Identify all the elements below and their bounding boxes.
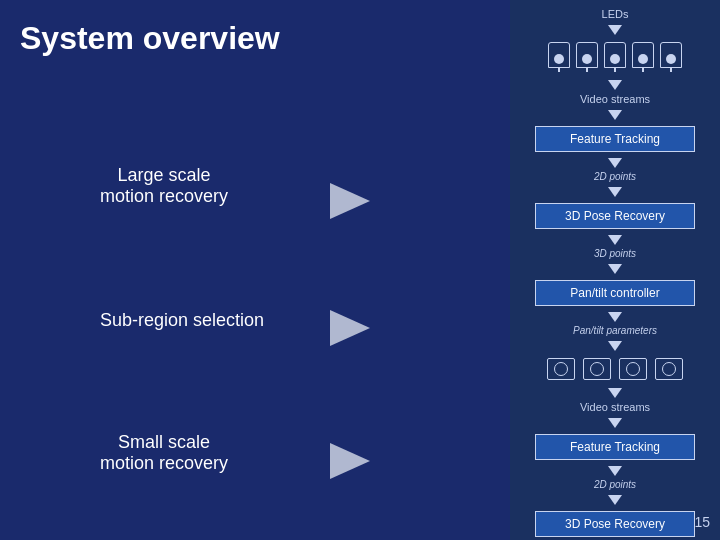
video-streams-label-2: Video streams xyxy=(580,401,650,413)
cam-icon-3 xyxy=(619,358,647,380)
arrow-3d-pose-down xyxy=(608,187,622,197)
led-icon-5 xyxy=(660,42,682,68)
page-title: System overview xyxy=(20,20,280,57)
2d-points-label-1: 2D points xyxy=(594,171,636,182)
arrow-vs2-down xyxy=(608,388,622,398)
arrow-small-scale xyxy=(330,443,410,479)
arrow-2d-down xyxy=(608,158,622,168)
3d-pose-recovery-box-1: 3D Pose Recovery xyxy=(535,203,695,229)
arrow-3dpose2-down xyxy=(608,495,622,505)
large-scale-label: Large scale motion recovery xyxy=(100,165,228,207)
section-sub-region: Sub-region selection xyxy=(100,310,264,331)
section-large-scale: Large scale motion recovery xyxy=(100,165,228,207)
section-small-scale: Small scale motion recovery xyxy=(100,432,228,474)
led-icons-row xyxy=(548,42,682,68)
3d-pose-recovery-box-2: 3D Pose Recovery xyxy=(535,511,695,537)
pan-tilt-controller-box: Pan/tilt controller xyxy=(535,280,695,306)
3d-points-label-1: 3D points xyxy=(594,248,636,259)
arrow-ft-down xyxy=(608,110,622,120)
arrow-ft2-down xyxy=(608,418,622,428)
cam-icon-2 xyxy=(583,358,611,380)
arrow-2d2-down xyxy=(608,466,622,476)
small-scale-label: Small scale motion recovery xyxy=(100,432,228,474)
arrow-cam-down xyxy=(608,341,622,351)
sub-region-label: Sub-region selection xyxy=(100,310,264,331)
led-icon-4 xyxy=(632,42,654,68)
arrow-params-down xyxy=(608,312,622,322)
cam-icon-4 xyxy=(655,358,683,380)
arrow-sub-region xyxy=(330,310,410,346)
cam-icons-row xyxy=(547,358,683,380)
feature-tracking-box-1: Feature Tracking xyxy=(535,126,695,152)
page-number: 15 xyxy=(694,514,710,530)
arrow-video-down xyxy=(608,80,622,90)
pan-tilt-params-label: Pan/tilt parameters xyxy=(573,325,657,336)
arrow-3d-pts-down xyxy=(608,235,622,245)
leds-label: LEDs xyxy=(602,8,629,20)
arrow-leds-down xyxy=(608,25,622,35)
right-panel: LEDs Video streams Feature Tracking 2D p… xyxy=(510,0,720,540)
2d-points-label-2: 2D points xyxy=(594,479,636,490)
left-panel: System overview Large scale motion recov… xyxy=(0,0,510,540)
cam-icon-1 xyxy=(547,358,575,380)
video-streams-label-1: Video streams xyxy=(580,93,650,105)
led-icon-3 xyxy=(604,42,626,68)
arrow-large-scale xyxy=(330,183,410,219)
arrow-pantilt-down xyxy=(608,264,622,274)
led-icon-2 xyxy=(576,42,598,68)
led-icon-1 xyxy=(548,42,570,68)
feature-tracking-box-2: Feature Tracking xyxy=(535,434,695,460)
